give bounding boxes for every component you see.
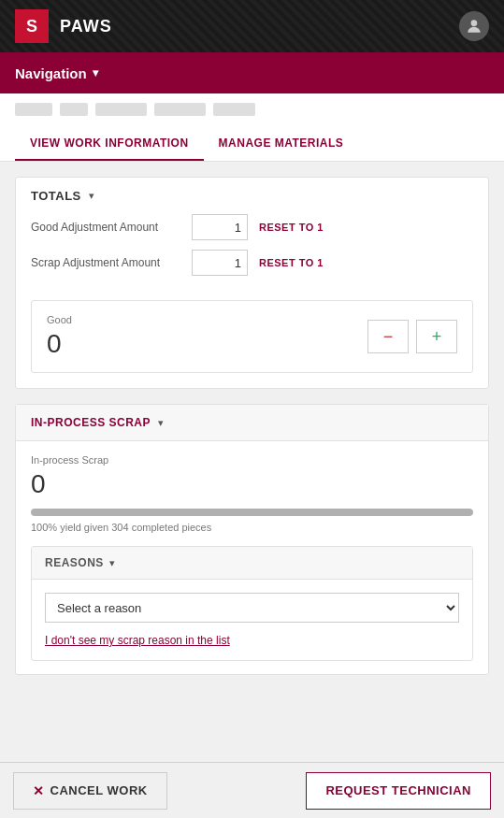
good-counter-info: Good 0 — [47, 314, 72, 359]
good-counter-label: Good — [47, 314, 72, 325]
totals-content: Good Adjustment Amount RESET TO 1 Scrap … — [16, 214, 488, 300]
request-technician-button[interactable]: REQUEST TECHNICIAN — [306, 772, 491, 810]
totals-header[interactable]: TOTALS ▾ — [16, 178, 488, 214]
yield-progress-bar — [31, 509, 473, 516]
scrap-value: 0 — [31, 469, 473, 499]
yield-progress-fill — [31, 509, 473, 516]
breadcrumb-item — [154, 103, 206, 116]
inprocess-scrap-card: IN-PROCESS SCRAP ▾ In-process Scrap 0 10… — [15, 404, 489, 675]
good-counter-value: 0 — [47, 329, 72, 359]
navigation-chevron-icon: ▾ — [93, 66, 98, 79]
good-counter-card: Good 0 − + — [31, 300, 473, 373]
good-decrement-button[interactable]: − — [367, 320, 409, 353]
breadcrumb-item — [60, 103, 88, 116]
breadcrumb-item — [95, 103, 147, 116]
breadcrumb-item — [15, 103, 52, 116]
cancel-work-button[interactable]: ✕ CANCEL WORK — [13, 772, 167, 810]
good-increment-button[interactable]: + — [416, 320, 457, 353]
tab-manage-materials[interactable]: MANAGE MATERIALS — [204, 125, 359, 161]
header-left: S PAWS — [15, 9, 112, 43]
scrap-adjustment-row: Scrap Adjustment Amount RESET TO 1 — [31, 250, 473, 276]
scrap-chevron-icon: ▾ — [158, 417, 164, 429]
good-reset-button[interactable]: RESET TO 1 — [259, 222, 324, 233]
scrap-label: In-process Scrap — [31, 454, 473, 466]
breadcrumb — [0, 93, 504, 125]
app-header: S PAWS — [0, 0, 504, 52]
reason-select[interactable]: Select a reason Reason 1 Reason 2 Reason… — [45, 593, 459, 623]
scrap-reset-button[interactable]: RESET TO 1 — [259, 257, 324, 268]
cancel-icon: ✕ — [33, 783, 45, 798]
scrap-section-header[interactable]: IN-PROCESS SCRAP ▾ — [16, 405, 488, 441]
scrap-section-title: IN-PROCESS SCRAP — [31, 416, 151, 429]
tab-view-work[interactable]: VIEW WORK INFORMATION — [15, 125, 204, 161]
footer: ✕ CANCEL WORK REQUEST TECHNICIAN — [0, 762, 504, 818]
svg-point-0 — [471, 20, 478, 26]
scrap-adjustment-label: Scrap Adjustment Amount — [31, 256, 180, 269]
reasons-chevron-icon: ▾ — [109, 557, 115, 569]
navigation-bar[interactable]: Navigation ▾ — [0, 52, 504, 93]
totals-card: TOTALS ▾ Good Adjustment Amount RESET TO… — [15, 177, 489, 389]
totals-title: TOTALS — [31, 189, 81, 203]
tab-bar: VIEW WORK INFORMATION MANAGE MATERIALS — [0, 125, 504, 162]
navigation-dropdown[interactable]: Navigation ▾ — [15, 65, 98, 81]
scrap-content: In-process Scrap 0 100% yield given 304 … — [16, 441, 488, 674]
reasons-card: REASONS ▾ Select a reason Reason 1 Reaso… — [31, 546, 473, 661]
reasons-content: Select a reason Reason 1 Reason 2 Reason… — [32, 580, 472, 660]
yield-text: 100% yield given 304 completed pieces — [31, 522, 473, 533]
good-adjustment-label: Good Adjustment Amount — [31, 221, 180, 234]
reasons-header[interactable]: REASONS ▾ — [32, 547, 472, 580]
main-content: TOTALS ▾ Good Adjustment Amount RESET TO… — [0, 162, 504, 775]
totals-chevron-icon: ▾ — [89, 190, 94, 202]
scrap-adjustment-input[interactable] — [192, 250, 248, 276]
good-adjustment-input[interactable] — [192, 214, 248, 240]
user-avatar-icon[interactable] — [459, 11, 489, 41]
good-counter-buttons: − + — [367, 320, 457, 353]
scrap-reason-not-in-list-link[interactable]: I don't see my scrap reason in the list — [45, 634, 459, 647]
app-title: PAWS — [60, 17, 112, 36]
navigation-label: Navigation — [15, 65, 87, 81]
reasons-title: REASONS — [45, 556, 104, 569]
app-logo: S — [15, 9, 49, 43]
cancel-work-label: CANCEL WORK — [50, 783, 148, 797]
good-adjustment-row: Good Adjustment Amount RESET TO 1 — [31, 214, 473, 240]
breadcrumb-item — [213, 103, 255, 116]
